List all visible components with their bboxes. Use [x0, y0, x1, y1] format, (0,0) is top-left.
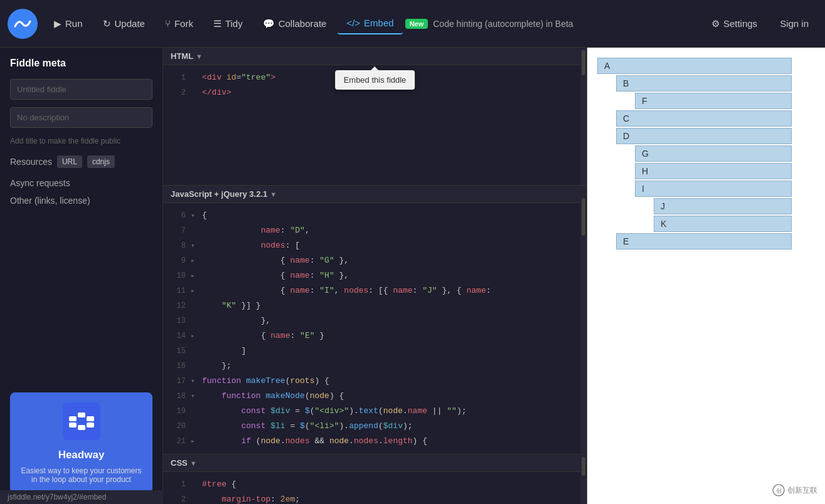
- js-line-10: 10 ▸ { name: "H" },: [163, 268, 587, 283]
- sidebar: Fiddle meta Add title to make the fiddle…: [0, 48, 163, 504]
- svg-rect-2: [69, 416, 77, 421]
- update-button[interactable]: ↻ Update: [94, 13, 154, 34]
- js-line-11: 11 ▸ { name: "I", nodes: [{ name: "J" },…: [163, 283, 587, 298]
- js-line-18: 18 ▾ function makeNode(node) {: [163, 389, 587, 404]
- fork-icon: ⑂: [165, 18, 171, 29]
- run-icon: ▶: [54, 18, 61, 29]
- async-section[interactable]: Async requests: [10, 178, 152, 188]
- html-panel: HTML ▼ Embed this fiddle 1 <div id="tree…: [163, 48, 587, 186]
- cdnjs-button[interactable]: cdnjs: [87, 155, 115, 168]
- html-panel-header: HTML ▼: [163, 48, 587, 65]
- result-area: ABFCDGHIJKE 创 创新互联: [587, 48, 825, 504]
- tree-node: K: [654, 216, 792, 232]
- embed-label: Embed: [364, 18, 394, 28]
- tree-container: ABFCDGHIJKE: [597, 58, 815, 249]
- fiddle-desc-input[interactable]: [10, 107, 152, 128]
- signin-button[interactable]: Sign in: [771, 13, 817, 34]
- js-line-19: 19 const $div = $("<div>").text(node.nam…: [163, 404, 587, 419]
- tidy-button[interactable]: ☰ Tidy: [205, 13, 252, 34]
- js-scrollbar[interactable]: [580, 186, 587, 454]
- js-line-17: 17 ▾ function makeTree(roots) {: [163, 374, 587, 389]
- collaborate-icon: 💬: [263, 18, 275, 29]
- tree-node: G: [635, 145, 792, 162]
- embed-icon: </>: [346, 18, 360, 28]
- beta-text: Code hinting (autocomplete) in Beta: [433, 19, 573, 29]
- tidy-label: Tidy: [225, 18, 243, 29]
- tree-node: A: [597, 58, 792, 74]
- tree-node: J: [654, 198, 792, 214]
- run-label: Run: [65, 18, 83, 29]
- tree-node: I: [635, 181, 792, 197]
- resources-label: Resources: [10, 157, 52, 167]
- editor-area: HTML ▼ Embed this fiddle 1 <div id="tree…: [163, 48, 587, 504]
- css-scrollbar[interactable]: [580, 454, 587, 504]
- js-line-13: 13 },: [163, 313, 587, 328]
- new-badge: New: [405, 19, 428, 29]
- settings-label: Settings: [723, 18, 757, 29]
- svg-rect-6: [87, 416, 94, 421]
- status-bar: jsfiddle.net/y7bw4yj2/#embed: [0, 490, 163, 504]
- signin-label: Sign in: [780, 18, 809, 29]
- resources-section[interactable]: Resources URL cdnjs: [10, 153, 152, 171]
- css-line-1: 1 #tree {: [163, 477, 587, 492]
- collaborate-label: Collaborate: [279, 18, 327, 29]
- js-panel: JavaScript + jQuery 3.2.1 ▼ 6 ▾ { 7 name…: [163, 186, 587, 454]
- status-url: jsfiddle.net/y7bw4yj2/#embed: [8, 493, 106, 501]
- svg-rect-4: [78, 412, 85, 417]
- css-panel: CSS ▼ 1 #tree { 2 margin-top: 2em; 3: [163, 454, 587, 504]
- navbar: ▶ Run ↻ Update ⑂ Fork ☰ Tidy 💬 Collabora…: [0, 0, 825, 48]
- css-line-2: 2 margin-top: 2em;: [163, 492, 587, 504]
- js-line-15: 15 ]: [163, 344, 587, 359]
- ad-logo-icon: [20, 402, 142, 445]
- tree-node: E: [616, 233, 792, 249]
- js-panel-label: JavaScript + jQuery 3.2.1: [171, 189, 267, 199]
- js-line-12: 12 "K" }] }: [163, 298, 587, 313]
- ad-text: Easiest way to keep your customers in th…: [20, 466, 142, 484]
- html-scrollbar[interactable]: [580, 48, 587, 185]
- js-line-9: 9 ▸ { name: "G" },: [163, 253, 587, 268]
- js-line-7: 7 name: "D",: [163, 223, 587, 238]
- fiddle-title-input[interactable]: [10, 79, 152, 100]
- other-section[interactable]: Other (links, license): [10, 196, 152, 206]
- sidebar-ad: Headway Easiest way to keep your custome…: [10, 392, 152, 494]
- js-dropdown-arrow[interactable]: ▼: [270, 191, 277, 198]
- tree-node: C: [616, 110, 792, 127]
- js-line-6: 6 ▾ {: [163, 208, 587, 223]
- html-scrollbar-thumb[interactable]: [582, 50, 585, 75]
- css-code-editor[interactable]: 1 #tree { 2 margin-top: 2em; 3 margin-ri…: [163, 472, 587, 504]
- run-button[interactable]: ▶ Run: [45, 13, 92, 34]
- css-dropdown-arrow[interactable]: ▼: [190, 459, 197, 467]
- css-scrollbar-thumb[interactable]: [582, 457, 585, 476]
- watermark-icon: 创: [772, 484, 785, 496]
- update-icon: ↻: [103, 18, 111, 29]
- js-line-16: 16 };: [163, 359, 587, 374]
- tree-node: F: [635, 93, 792, 109]
- js-panel-header: JavaScript + jQuery 3.2.1 ▼: [163, 186, 587, 203]
- settings-icon: ⚙: [711, 18, 720, 29]
- svg-rect-5: [78, 425, 85, 430]
- tree-node: B: [616, 75, 792, 92]
- watermark-text: 创新互联: [787, 485, 817, 496]
- html-dropdown-arrow[interactable]: ▼: [196, 53, 203, 60]
- js-line-8: 8 ▾ nodes: [: [163, 238, 587, 253]
- tree-node: D: [616, 128, 792, 144]
- embed-button[interactable]: </> Embed: [338, 13, 402, 34]
- js-line-20: 20 const $li = $("<li>").append($div);: [163, 419, 587, 434]
- fiddle-meta-title: Fiddle meta: [10, 58, 152, 69]
- js-scrollbar-thumb[interactable]: [582, 198, 585, 236]
- fork-button[interactable]: ⑂ Fork: [156, 13, 202, 34]
- watermark: 创 创新互联: [772, 484, 817, 496]
- html-panel-label: HTML: [171, 51, 193, 61]
- collaborate-button[interactable]: 💬 Collaborate: [254, 13, 336, 34]
- main-layout: Fiddle meta Add title to make the fiddle…: [0, 48, 825, 504]
- svg-rect-7: [87, 423, 94, 428]
- css-panel-label: CSS: [171, 458, 188, 468]
- ad-title: Headway: [20, 449, 142, 461]
- js-code-editor[interactable]: 6 ▾ { 7 name: "D", 8 ▾ nodes: [: [163, 203, 587, 454]
- svg-rect-1: [63, 402, 100, 440]
- update-label: Update: [115, 18, 145, 29]
- app-logo[interactable]: [8, 9, 38, 39]
- settings-button[interactable]: ⚙ Settings: [703, 13, 766, 34]
- url-button[interactable]: URL: [57, 155, 82, 168]
- js-line-21: 21 ▸ if (node.nodes && node.nodes.length…: [163, 434, 587, 449]
